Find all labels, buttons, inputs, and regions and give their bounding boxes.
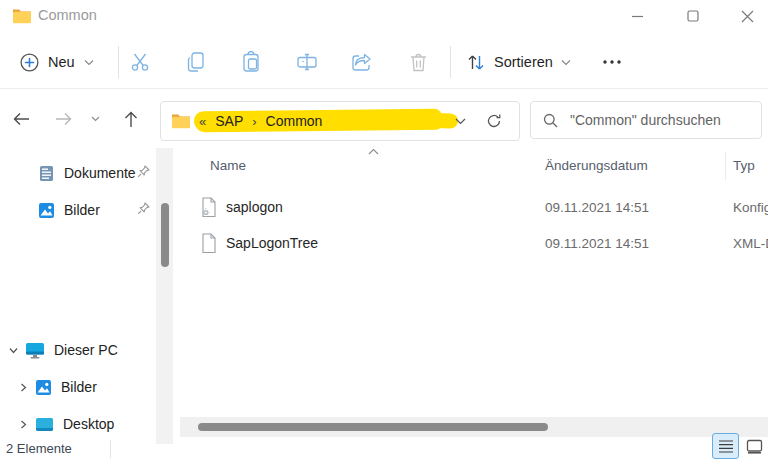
horizontal-scrollbar[interactable] <box>180 417 768 437</box>
sort-button[interactable]: Sortieren <box>458 44 579 80</box>
search-icon <box>543 113 558 128</box>
rename-icon <box>296 52 318 72</box>
sidebar-item-dieser-pc[interactable]: Dieser PC <box>8 337 168 363</box>
refresh-icon[interactable] <box>481 109 507 133</box>
desktop-icon <box>35 417 54 432</box>
file-type: XML-D <box>733 236 768 251</box>
cut-icon <box>129 51 151 73</box>
forward-button[interactable] <box>48 104 78 134</box>
sidebar-item-label: Dieser PC <box>54 342 118 358</box>
sidebar-scrollbar-thumb[interactable] <box>161 203 169 267</box>
file-row-saplogontree[interactable]: SapLogonTree 09.11.2021 14:51 XML-D <box>188 226 766 260</box>
picture-icon <box>35 379 52 396</box>
folder-icon <box>12 7 32 24</box>
ellipsis-icon <box>603 60 621 64</box>
details-view-icon <box>718 439 734 453</box>
status-separator <box>110 440 111 458</box>
computer-icon <box>25 342 45 359</box>
maximize-button[interactable] <box>670 0 716 32</box>
sidebar-item-desktop[interactable]: Desktop <box>18 411 168 437</box>
sort-ascending-caret-icon <box>368 148 379 155</box>
new-button[interactable]: Neu <box>10 44 104 80</box>
address-bar[interactable]: « SAP › Common <box>160 101 520 141</box>
delete-button[interactable] <box>401 46 435 78</box>
breadcrumb: « SAP › Common <box>199 102 322 140</box>
sidebar-item-label: Bilder <box>61 379 97 395</box>
chevron-right-icon[interactable] <box>18 382 29 393</box>
copy-icon <box>186 51 206 73</box>
file-modified-date: 09.11.2021 14:51 <box>545 200 649 215</box>
item-count: 2 Elemente <box>6 441 72 456</box>
up-button[interactable] <box>116 104 146 134</box>
sort-button-label: Sortieren <box>494 54 553 70</box>
sidebar-item-bilder-tree[interactable]: Bilder <box>18 374 168 400</box>
paste-icon <box>241 51 261 73</box>
column-header-type[interactable]: Typ <box>733 158 755 173</box>
config-file-icon <box>200 197 217 218</box>
cut-button[interactable] <box>123 46 157 78</box>
share-button[interactable] <box>345 46 379 78</box>
file-modified-date: 09.11.2021 14:51 <box>545 236 649 251</box>
column-divider[interactable] <box>725 152 726 180</box>
sidebar-item-label: Bilder <box>64 202 100 218</box>
document-icon <box>38 165 55 182</box>
file-type: Konfig <box>733 200 768 215</box>
sidebar-item-label: Desktop <box>63 416 114 432</box>
breadcrumb-separator-icon: › <box>252 114 256 129</box>
horizontal-scrollbar-thumb[interactable] <box>198 423 548 431</box>
column-header-modified[interactable]: Änderungsdatum <box>545 158 648 173</box>
titlebar: Common <box>0 0 768 32</box>
column-header-name[interactable]: Name <box>210 158 246 173</box>
chevron-down-icon[interactable] <box>8 345 19 356</box>
share-icon <box>351 52 373 72</box>
pin-icon <box>137 202 150 215</box>
copy-button[interactable] <box>179 46 213 78</box>
chevron-down-icon <box>561 59 571 66</box>
xml-file-icon <box>200 233 217 254</box>
breadcrumb-collapse-chevrons[interactable]: « <box>199 114 206 129</box>
folder-icon <box>171 112 191 129</box>
toolbar-separator <box>450 46 451 78</box>
close-button[interactable] <box>726 0 768 32</box>
search-box[interactable] <box>530 101 762 139</box>
toolbar: Neu <box>0 38 768 89</box>
more-options-button[interactable] <box>592 46 632 78</box>
trash-icon <box>409 52 428 73</box>
sidebar: Dokumente Bilder Dieser PC <box>0 150 178 438</box>
file-name: SapLogonTree <box>226 235 318 251</box>
rename-button[interactable] <box>290 46 324 78</box>
picture-icon <box>38 202 55 219</box>
breadcrumb-segment-sap[interactable]: SAP <box>215 113 243 129</box>
back-button[interactable] <box>6 104 36 134</box>
pin-icon <box>137 165 150 178</box>
recent-locations-chevron[interactable] <box>84 104 106 134</box>
window-title: Common <box>38 7 97 23</box>
paste-button[interactable] <box>234 46 268 78</box>
breadcrumb-segment-common[interactable]: Common <box>266 113 323 129</box>
sidebar-item-label: Dokumente <box>64 165 136 181</box>
large-icons-view-button[interactable] <box>741 433 768 459</box>
navigation-bar: « SAP › Common <box>0 94 768 146</box>
sidebar-scrollbar[interactable] <box>156 148 173 444</box>
status-bar: 2 Elemente <box>0 438 768 459</box>
minimize-button[interactable] <box>614 0 660 32</box>
details-view-button[interactable] <box>712 433 739 459</box>
new-button-label: Neu <box>48 54 75 70</box>
file-name: saplogon <box>226 199 283 215</box>
large-icons-view-icon <box>746 439 763 454</box>
address-dropdown-chevron[interactable] <box>448 110 472 132</box>
chevron-down-icon <box>84 59 94 66</box>
sort-icon <box>466 53 486 72</box>
file-list: Name Änderungsdatum Typ saplogon 09.11.2… <box>180 150 768 438</box>
search-input[interactable] <box>568 111 753 129</box>
chevron-right-icon[interactable] <box>18 419 29 430</box>
file-row-saplogon[interactable]: saplogon 09.11.2021 14:51 Konfig <box>188 190 766 224</box>
file-explorer-window: Common Neu <box>0 0 768 459</box>
toolbar-separator <box>118 46 119 78</box>
plus-circle-icon <box>20 53 39 72</box>
